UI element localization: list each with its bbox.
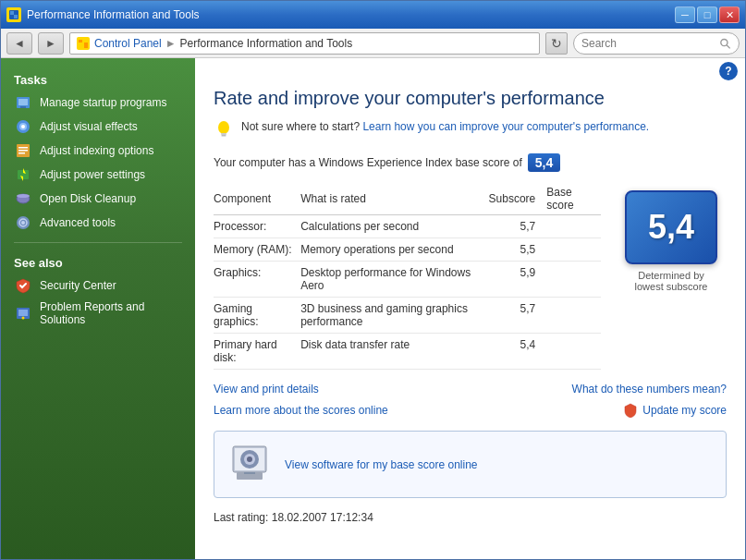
sidebar-see-also-title: See also [1, 250, 195, 274]
sidebar-label: Security Center [40, 279, 116, 292]
cell-component: Gaming graphics: [214, 298, 300, 334]
tip-text: Not sure where to start? Learn how you c… [241, 120, 649, 133]
help-button[interactable]: ? [719, 62, 738, 80]
window-title: Performance Information and Tools [27, 8, 200, 21]
sidebar-tasks-title: Tasks [1, 67, 195, 91]
cell-component: Primary hard disk: [214, 334, 300, 370]
cell-subscore: 5,7 [489, 298, 547, 334]
cell-component: Processor: [214, 215, 300, 238]
back-button[interactable]: ◄ [6, 32, 32, 55]
sidebar-item-advanced[interactable]: Advanced tools [1, 211, 195, 235]
svg-point-24 [21, 221, 25, 225]
title-bar: Performance Information and Tools ─ □ ✕ [1, 1, 745, 29]
svg-rect-15 [18, 147, 28, 149]
close-button[interactable]: ✕ [719, 6, 740, 23]
sidebar-label: Adjust visual effects [40, 120, 138, 133]
big-score-display: 5,4 [625, 190, 717, 264]
cell-subscore: 5,4 [489, 334, 547, 370]
window-controls: ─ □ ✕ [675, 6, 740, 23]
visual-effects-icon [14, 117, 32, 136]
startup-icon [14, 93, 32, 112]
col-subscore: Subscore [489, 183, 547, 215]
sidebar-label: Adjust indexing options [40, 144, 153, 157]
svg-rect-4 [79, 40, 82, 43]
cell-basescore [546, 262, 601, 298]
content-body: Rate and improve your computer's perform… [195, 84, 745, 539]
svg-point-27 [22, 317, 25, 320]
minimize-button[interactable]: ─ [675, 6, 695, 23]
big-score-box: 5,4 Determined by lowest subscore [616, 183, 727, 370]
security-center-icon [14, 276, 32, 295]
lightbulb-icon [214, 120, 234, 140]
sidebar-item-security-center[interactable]: Security Center [1, 274, 195, 298]
last-rating: Last rating: 18.02.2007 17:12:34 [214, 511, 727, 524]
refresh-button[interactable]: ↻ [545, 32, 568, 55]
col-what: What is rated [300, 183, 488, 215]
page-title: Rate and improve your computer's perform… [214, 88, 727, 109]
sidebar-item-indexing[interactable]: Adjust indexing options [1, 139, 195, 163]
view-print-link[interactable]: View and print details [214, 383, 319, 396]
search-input[interactable] [581, 37, 715, 50]
cell-subscore: 5,7 [489, 215, 547, 238]
window-icon [6, 7, 21, 22]
sidebar-label: Advanced tools [40, 216, 116, 229]
forward-button[interactable]: ► [38, 32, 64, 55]
breadcrumb-current: Performance Information and Tools [180, 37, 353, 50]
sidebar: Tasks Manage startup programs [1, 58, 195, 559]
cell-component: Graphics: [214, 262, 300, 298]
indexing-icon [14, 141, 32, 160]
sidebar-label: Manage startup programs [40, 96, 166, 109]
maximize-button[interactable]: □ [697, 6, 717, 23]
svg-rect-2 [14, 15, 18, 18]
svg-rect-17 [18, 152, 25, 154]
cell-basescore [546, 334, 601, 370]
table-row: Graphics: Desktop performance for Window… [214, 262, 601, 298]
svg-rect-5 [84, 43, 88, 48]
search-bar[interactable] [573, 32, 740, 55]
disk-cleanup-icon [14, 189, 32, 208]
sidebar-item-visual-effects[interactable]: Adjust visual effects [1, 115, 195, 139]
problem-reports-icon [14, 304, 32, 323]
numbers-mean-link[interactable]: What do these numbers mean? [572, 383, 727, 396]
table-row: Processor: Calculations per second 5,7 [214, 215, 601, 238]
svg-point-35 [247, 457, 252, 462]
breadcrumb-control-panel[interactable]: Control Panel [94, 37, 162, 50]
sidebar-item-disk-cleanup[interactable]: Open Disk Cleanup [1, 187, 195, 211]
update-score-link[interactable]: Update my score [623, 403, 727, 418]
score-table-wrap: Component What is rated Subscore Base sc… [214, 183, 601, 370]
cell-what: 3D business and gaming graphics performa… [300, 298, 488, 334]
svg-point-6 [721, 39, 728, 45]
svg-rect-9 [18, 99, 28, 105]
sidebar-item-power[interactable]: Adjust power settings [1, 163, 195, 187]
links-row-1: View and print details What do these num… [214, 383, 727, 396]
col-component: Component [214, 183, 300, 215]
sidebar-label: Problem Reports and Solutions [40, 300, 182, 326]
cell-what: Memory operations per second [300, 238, 488, 262]
content-panel: ? Rate and improve your computer's perfo… [195, 58, 745, 559]
shield-icon [623, 403, 638, 418]
scores-online-link[interactable]: Learn more about the scores online [214, 404, 388, 417]
sidebar-label: Open Disk Cleanup [40, 192, 136, 205]
svg-line-7 [728, 44, 731, 48]
big-score-label: Determined by lowest subscore [635, 270, 708, 292]
cell-what: Calculations per second [300, 215, 488, 238]
svg-rect-37 [244, 472, 255, 474]
software-box: View software for my base score online [214, 431, 727, 498]
sidebar-item-manage-startup[interactable]: Manage startup programs [1, 91, 195, 115]
score-intro: Your computer has a Windows Experience I… [214, 153, 727, 172]
main-area: Tasks Manage startup programs [1, 58, 745, 559]
cell-subscore: 5,5 [489, 238, 547, 262]
score-badge: 5,4 [528, 153, 560, 172]
software-link[interactable]: View software for my base score online [285, 458, 478, 471]
svg-rect-10 [20, 106, 26, 108]
power-icon [14, 165, 32, 184]
breadcrumb: Control Panel ► Performance Information … [69, 32, 540, 55]
svg-rect-1 [10, 11, 14, 15]
tip-row: Not sure where to start? Learn how you c… [214, 120, 727, 140]
cell-component: Memory (RAM): [214, 238, 300, 262]
svg-rect-16 [18, 150, 28, 152]
cell-basescore [546, 215, 601, 238]
tip-link[interactable]: Learn how you can improve your computer'… [362, 120, 649, 133]
sidebar-item-problem-reports[interactable]: Problem Reports and Solutions [1, 298, 195, 329]
cell-what: Disk data transfer rate [300, 334, 488, 370]
